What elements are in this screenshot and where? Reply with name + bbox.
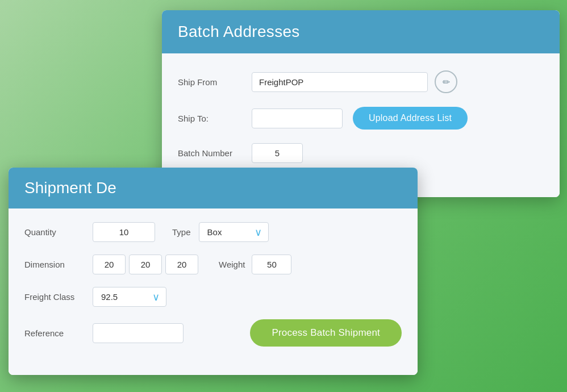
batch-addresses-header: Batch Addresses: [162, 10, 560, 53]
process-batch-shipment-button[interactable]: Process Batch Shipment: [250, 319, 402, 347]
batch-number-label: Batch Number: [178, 148, 252, 158]
shipment-details-title: Shipment De: [24, 179, 402, 197]
weight-label: Weight: [219, 260, 245, 269]
freight-class-select[interactable]: 50 55 60 65 70 77.5 85 92.5 100 110 125: [93, 287, 166, 307]
edit-icon: ✏: [443, 77, 450, 87]
quantity-type-row: Quantity Type Box Pallet Crate Envelope …: [24, 222, 402, 242]
ship-to-input[interactable]: [252, 109, 343, 128]
type-select[interactable]: Box Pallet Crate Envelope: [199, 222, 269, 242]
reference-input[interactable]: [93, 323, 184, 343]
batch-number-input[interactable]: [252, 143, 303, 163]
edit-button[interactable]: ✏: [435, 70, 457, 93]
dimension-height-input[interactable]: [165, 255, 198, 274]
dimension-label: Dimension: [24, 260, 93, 269]
weight-input[interactable]: [252, 255, 291, 274]
ship-from-row: Ship From ✏: [178, 70, 544, 93]
type-section: Type Box Pallet Crate Envelope ∨: [172, 222, 402, 242]
freight-class-label: Freight Class: [24, 292, 93, 302]
ship-to-row: Ship To: Upload Address List: [178, 107, 544, 130]
weight-section: Weight: [219, 255, 291, 274]
type-select-wrapper: Box Pallet Crate Envelope ∨: [199, 222, 269, 242]
shipment-details-header: Shipment De: [9, 168, 418, 208]
dimension-length-input[interactable]: [93, 255, 126, 274]
freight-class-select-wrapper: 50 55 60 65 70 77.5 85 92.5 100 110 125 …: [93, 287, 166, 307]
dimension-weight-row: Dimension Weight: [24, 255, 402, 274]
reference-process-row: Reference Process Batch Shipment: [24, 319, 402, 347]
ship-from-label: Ship From: [178, 77, 252, 87]
type-label: Type: [172, 227, 191, 237]
freight-class-row: Freight Class 50 55 60 65 70 77.5 85 92.…: [24, 287, 402, 307]
upload-address-list-button[interactable]: Upload Address List: [353, 107, 468, 130]
batch-addresses-title: Batch Addresses: [178, 23, 544, 41]
shipment-details-body: Quantity Type Box Pallet Crate Envelope …: [9, 208, 418, 375]
ship-to-label: Ship To:: [178, 114, 252, 123]
shipment-details-card: Shipment De Quantity Type Box Pallet Cra…: [9, 168, 418, 375]
quantity-input[interactable]: [93, 222, 155, 242]
ship-from-input[interactable]: [252, 72, 428, 92]
batch-number-row: Batch Number: [178, 143, 544, 163]
reference-label: Reference: [24, 328, 93, 338]
quantity-label: Quantity: [24, 227, 93, 237]
dimension-width-input[interactable]: [129, 255, 162, 274]
